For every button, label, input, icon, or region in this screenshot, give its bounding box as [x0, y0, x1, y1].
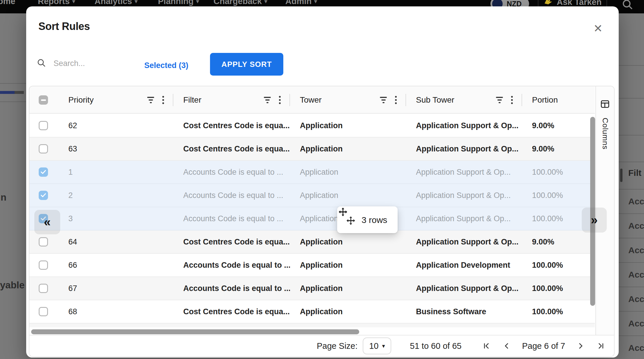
- bg-dark-bar: [15, 91, 24, 94]
- bg-filter-header-fragment: Filt: [628, 168, 641, 178]
- columns-icon[interactable]: [600, 99, 610, 110]
- cell-tower: Application: [290, 121, 406, 130]
- row-checkbox[interactable]: [39, 237, 48, 247]
- cell-portion: 100.00%: [522, 261, 595, 270]
- cell-portion: 100.00%: [522, 191, 595, 200]
- row-checkbox-cell: [29, 191, 58, 200]
- cell-priority: 66: [58, 261, 173, 270]
- cell-tower: Application: [290, 307, 406, 316]
- cell-filter: Accounts Code is equal to ...: [173, 214, 290, 223]
- bg-row-fragment: Acc: [628, 294, 644, 304]
- filter-icon[interactable]: [264, 97, 271, 103]
- cell-filter: Accounts Code is equal to ...: [173, 284, 290, 293]
- cell-priority: 1: [58, 168, 173, 177]
- bg-row-fragment: Acc: [628, 270, 644, 280]
- bg-right-divider: [619, 135, 644, 135]
- bg-right-divider: [619, 238, 644, 238]
- row-checkbox[interactable]: [39, 260, 48, 270]
- table-row[interactable]: 63 Cost Centres Code is equa... Applicat…: [29, 137, 595, 161]
- chevron-down-icon: ▾: [196, 0, 199, 4]
- cell-portion: 9.00%: [522, 121, 595, 130]
- cell-filter: Cost Centres Code is equa...: [173, 307, 290, 316]
- row-checkbox[interactable]: [39, 307, 48, 316]
- table-row[interactable]: 67 Accounts Code is equal to ... Applica…: [29, 277, 595, 300]
- bg-blue-bar: [0, 91, 15, 94]
- page-size-label: Page Size:: [317, 341, 357, 351]
- cell-sub-tower: Application Support & Op...: [406, 168, 522, 177]
- last-page-button[interactable]: [595, 340, 606, 352]
- cell-sub-tower: Application Development: [406, 261, 522, 270]
- table-header: Priority Filter Tower: [29, 86, 595, 114]
- chevron-down-icon: ▾: [382, 342, 385, 349]
- row-checkbox[interactable]: [39, 284, 48, 293]
- table-row[interactable]: 2 Accounts Code is equal to ... Applicat…: [29, 184, 595, 207]
- header-tower: Tower: [290, 86, 406, 114]
- column-menu-icon[interactable]: [162, 96, 164, 104]
- select-all-checkbox[interactable]: [39, 95, 48, 105]
- filter-icon[interactable]: [380, 97, 387, 103]
- close-icon[interactable]: ✕: [590, 20, 606, 37]
- cell-priority: 2: [58, 191, 173, 200]
- bg-right-divider: [619, 189, 644, 190]
- bg-right-divider: [619, 287, 644, 287]
- bg-row-fragment: Acc: [628, 245, 644, 255]
- cell-sub-tower: Application Support & Op...: [406, 191, 522, 200]
- row-checkbox-cell: [29, 121, 58, 130]
- row-checkbox-cell: [29, 167, 58, 177]
- bg-left-divider: [0, 83, 26, 84]
- collapse-left-button[interactable]: «: [34, 210, 60, 234]
- table-row[interactable]: 62 Cost Centres Code is equa... Applicat…: [29, 114, 595, 137]
- page-indicator: Page 6 of 7: [522, 341, 565, 351]
- bg-text-fragment: yable: [0, 280, 24, 291]
- nav-item-admin[interactable]: Admin▾: [285, 0, 317, 6]
- nav-search-icon[interactable]: [621, 0, 634, 12]
- next-page-button[interactable]: [574, 340, 586, 352]
- table-row[interactable]: 3 Accounts Code is equal to ... Applicat…: [29, 207, 595, 231]
- cell-filter: Cost Centres Code is equa...: [173, 121, 290, 130]
- table-row[interactable]: 68 Cost Centres Code is equa... Applicat…: [29, 300, 595, 324]
- column-menu-icon[interactable]: [395, 96, 397, 104]
- move-icon: [346, 216, 355, 226]
- page-size-select[interactable]: 10 ▾: [363, 337, 391, 354]
- partial-row: [29, 324, 595, 327]
- previous-page-button[interactable]: [501, 340, 513, 352]
- table-row[interactable]: 64 Cost Centres Code is equa... Applicat…: [29, 231, 595, 254]
- row-checkbox[interactable]: [39, 167, 48, 177]
- cell-sub-tower: Application Support & Op...: [406, 237, 522, 247]
- bg-scrollbar-fragment: [620, 169, 622, 182]
- expand-right-button[interactable]: »: [582, 208, 607, 233]
- bg-right-divider: [619, 262, 644, 263]
- nav-item-reports[interactable]: Reports▾: [38, 0, 75, 6]
- chevron-down-icon: ▾: [264, 0, 267, 4]
- table-row[interactable]: 1 Accounts Code is equal to ... Applicat…: [29, 161, 595, 184]
- nav-item-chargeback[interactable]: Chargeback▾: [214, 0, 267, 6]
- cell-priority: 67: [58, 284, 173, 293]
- selected-count-link[interactable]: Selected (3): [144, 61, 188, 70]
- cell-tower: Application: [290, 284, 406, 293]
- drag-count-label: 3 rows: [362, 215, 387, 225]
- nav-item-home[interactable]: Home: [0, 0, 15, 6]
- cell-priority: 63: [58, 144, 173, 153]
- header-sub-tower: Sub Tower: [406, 86, 522, 114]
- bg-left-divider: [0, 101, 26, 102]
- apply-sort-button[interactable]: APPLY SORT: [210, 53, 283, 76]
- table-row[interactable]: 66 Accounts Code is equal to ... Applica…: [29, 254, 595, 277]
- search-input[interactable]: Search...: [54, 59, 85, 68]
- horizontal-scrollbar[interactable]: [31, 329, 359, 334]
- first-page-button[interactable]: [481, 340, 492, 352]
- nav-item-analytics[interactable]: Analytics▾: [95, 0, 138, 6]
- row-checkbox[interactable]: [39, 144, 48, 153]
- row-checkbox[interactable]: [39, 191, 48, 200]
- nav-item-planning[interactable]: Planning▾: [158, 0, 199, 6]
- filter-icon[interactable]: [496, 97, 503, 103]
- filter-icon[interactable]: [147, 97, 154, 103]
- cell-priority: 62: [58, 121, 173, 130]
- column-menu-icon[interactable]: [511, 96, 513, 104]
- row-checkbox[interactable]: [39, 121, 48, 130]
- cell-sub-tower: Application Support & Op...: [406, 121, 522, 130]
- rules-table: Priority Filter Tower: [29, 86, 615, 357]
- cell-tower: Application: [290, 261, 406, 270]
- column-menu-icon[interactable]: [279, 96, 281, 104]
- modal-title: Sort Rules: [38, 20, 90, 33]
- screen: nyable Filt AccAccAccAccAccAccAcc HomeRe…: [0, 0, 644, 359]
